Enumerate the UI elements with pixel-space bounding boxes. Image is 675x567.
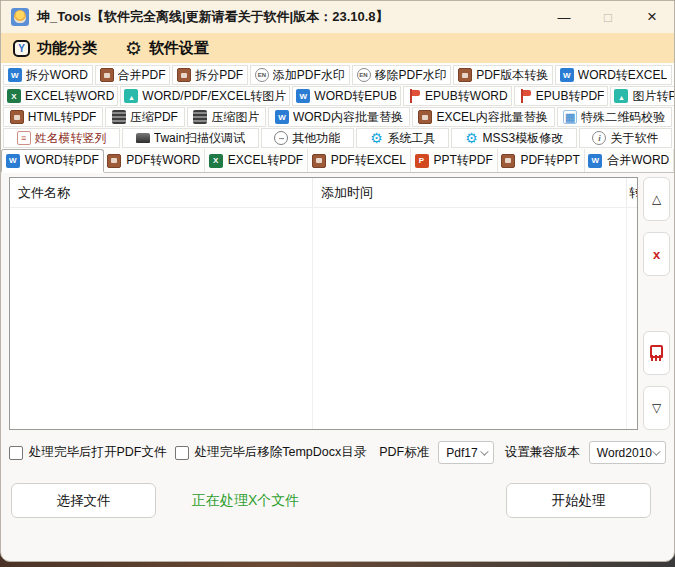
chevron-down-icon	[480, 447, 488, 455]
app-logo-icon	[11, 8, 29, 26]
tab-pdf-to-excel[interactable]: PDF转EXCEL	[308, 149, 411, 172]
remove-selected-button[interactable]: x	[643, 232, 670, 276]
hexagon-y-icon: Y	[13, 40, 30, 57]
tab-pdf-to-word[interactable]: PDF转WORD	[104, 149, 206, 172]
epub-flag-icon	[407, 89, 421, 103]
column-header-file-name[interactable]: 文件名称	[10, 178, 313, 207]
toolbar-button-remove-pdf-watermark[interactable]: 移除PDF水印	[352, 65, 452, 85]
epub-flag-icon	[518, 89, 532, 103]
toolbar-button-split-word[interactable]: 拆分WORD	[3, 65, 93, 85]
checkbox-label: 处理完毕后移除TempDocx目录	[195, 444, 367, 461]
minimize-button[interactable]: —	[542, 1, 586, 33]
checkbox-remove-tempdocx[interactable]: 处理完毕后移除TempDocx目录	[175, 444, 367, 461]
word-icon	[6, 154, 20, 168]
toolbar-button-html-to-pdf[interactable]: HTML转PDF	[3, 107, 103, 127]
brush-icon	[649, 345, 664, 361]
table-column-area	[10, 208, 313, 429]
menu-item-software-settings[interactable]: ⚙ 软件设置	[125, 39, 209, 58]
toolbar-button-epub-to-pdf[interactable]: EPUB转PDF	[514, 86, 609, 106]
checkbox-open-pdf-after[interactable]: 处理完毕后打开PDF文件	[9, 444, 167, 461]
pdf-standard-select[interactable]: Pdf17	[438, 441, 494, 464]
tab-merge-word[interactable]: 合并WORD	[585, 149, 675, 172]
checkbox-label: 处理完毕后打开PDF文件	[29, 444, 167, 461]
window-title: 坤_Tools【软件完全离线|更新请看关于软件|版本：23.10.8】	[37, 8, 389, 26]
info-icon	[592, 131, 606, 145]
button-label: 压缩PDF	[130, 109, 178, 126]
menu-bar: Y 功能分类 ⚙ 软件设置	[1, 33, 674, 63]
toolbar-button-add-pdf-watermark[interactable]: 添加PDF水印	[250, 65, 350, 85]
toolbar-button-mss3-template-edit[interactable]: MSS3模板修改	[451, 128, 577, 148]
triangle-up-icon: △	[652, 192, 661, 206]
button-label: 拆分WORD	[26, 67, 88, 84]
column-header-add-time[interactable]: 添加时间	[313, 178, 627, 207]
toolbar-button-other-functions[interactable]: 其他功能	[261, 128, 354, 148]
toolbar-button-twain-scanner-debug[interactable]: Twain扫描仪调试	[122, 128, 259, 148]
checkbox-icon[interactable]	[9, 446, 23, 460]
toolbar-button-word-to-epub[interactable]: WORD转EPUB	[292, 86, 401, 106]
column-header-convert-clipped[interactable]: 转	[627, 178, 637, 207]
toolbar-button-office-to-image[interactable]: WORD/PDF/EXCEL转图片	[120, 86, 290, 106]
tab-ppt-to-pdf[interactable]: PPT转PDF	[411, 149, 498, 172]
processing-status-text: 正在处理X个文件	[192, 492, 299, 510]
start-processing-button[interactable]: 开始处理	[506, 483, 651, 518]
options-row: 处理完毕后打开PDF文件 处理完毕后移除TempDocx目录 PDF标准 Pdf…	[9, 441, 666, 464]
tab-pdf-to-ppt[interactable]: PDF转PPT	[498, 149, 585, 172]
compat-version-select[interactable]: Word2010	[589, 441, 666, 464]
tab-label: 合并WORD	[607, 152, 669, 169]
toolbar-button-pdf-version-convert[interactable]: PDF版本转换	[453, 65, 553, 85]
close-button[interactable]: ×	[630, 1, 674, 33]
select-files-button[interactable]: 选择文件	[11, 483, 156, 518]
toolbar-button-image-to-pdf[interactable]: 图片转PDF	[610, 86, 675, 106]
word-icon	[560, 68, 574, 82]
tab-excel-to-pdf[interactable]: EXCEL转PDF	[205, 149, 308, 172]
compat-version-value: Word2010	[597, 446, 652, 460]
toolbar-button-merge-pdf[interactable]: 合并PDF	[95, 65, 171, 85]
move-down-button[interactable]: ▽	[643, 386, 670, 430]
app-window: 坤_Tools【软件完全离线|更新请看关于软件|版本：23.10.8】 — □ …	[0, 0, 675, 562]
tab-label: WORD转PDF	[25, 152, 99, 169]
pdf-standard-label: PDF标准	[379, 444, 429, 461]
toolbar-button-special-qr-verify[interactable]: 特殊二维码校验	[557, 107, 673, 127]
menu-item-function-category[interactable]: Y 功能分类	[13, 39, 97, 58]
button-label: 添加PDF水印	[273, 67, 345, 84]
menu-label: 功能分类	[37, 39, 97, 58]
pdf-icon	[418, 110, 432, 124]
pdf-standard-value: Pdf17	[446, 446, 477, 460]
button-label: Twain扫描仪调试	[154, 130, 245, 147]
toolbar-button-system-tools[interactable]: 系统工具	[356, 128, 449, 148]
maximize-button[interactable]: □	[586, 1, 630, 33]
stamp-icon	[357, 68, 371, 82]
main-content: 文件名称 添加时间 转 △ x ▽	[1, 173, 674, 430]
toolbar-row-1: 拆分WORD 合并PDF 拆分PDF 添加PDF水印 移除PDF水印 PDF版本…	[3, 65, 672, 85]
toolbar-button-name-horizontal-to-vertical[interactable]: 姓名横转竖列	[3, 128, 120, 148]
image-icon	[614, 89, 628, 103]
move-up-button[interactable]: △	[643, 177, 670, 221]
toolbar-button-word-to-excel[interactable]: WORD转EXCEL	[555, 65, 672, 85]
compress-icon	[193, 110, 207, 124]
toolbar-button-split-pdf[interactable]: 拆分PDF	[172, 65, 248, 85]
toolbar-button-compress-pdf[interactable]: 压缩PDF	[105, 107, 185, 127]
conversion-tabs: WORD转PDF PDF转WORD EXCEL转PDF PDF转EXCEL PP…	[1, 149, 674, 173]
toolbar-button-word-batch-replace[interactable]: WORD内容批量替换	[268, 107, 410, 127]
id-card-icon	[17, 131, 31, 145]
table-column-area	[627, 208, 637, 429]
button-label: EPUB转WORD	[425, 88, 508, 105]
word-icon	[296, 89, 310, 103]
toolbar-button-compress-image[interactable]: 压缩图片	[187, 107, 267, 127]
clear-list-button[interactable]	[643, 331, 670, 375]
checkbox-icon[interactable]	[175, 446, 189, 460]
title-bar: 坤_Tools【软件完全离线|更新请看关于软件|版本：23.10.8】 — □ …	[1, 1, 674, 33]
button-label: MSS3模板修改	[483, 130, 564, 147]
file-list-table[interactable]: 文件名称 添加时间 转	[9, 177, 638, 430]
toolbar-button-excel-batch-replace[interactable]: EXCEL内容批量替换	[412, 107, 555, 127]
pdf-icon	[458, 68, 472, 82]
pdf-icon	[501, 154, 515, 168]
excel-icon	[7, 89, 21, 103]
tab-word-to-pdf[interactable]: WORD转PDF	[1, 149, 104, 173]
gear-icon: ⚙	[125, 39, 142, 58]
toolbar-button-excel-to-word[interactable]: EXCEL转WORD	[3, 86, 118, 106]
button-label: 其他功能	[292, 130, 340, 147]
toolbar-button-about-software[interactable]: 关于软件	[579, 128, 672, 148]
toolbar-button-epub-to-word[interactable]: EPUB转WORD	[403, 86, 512, 106]
button-label: 系统工具	[387, 130, 435, 147]
